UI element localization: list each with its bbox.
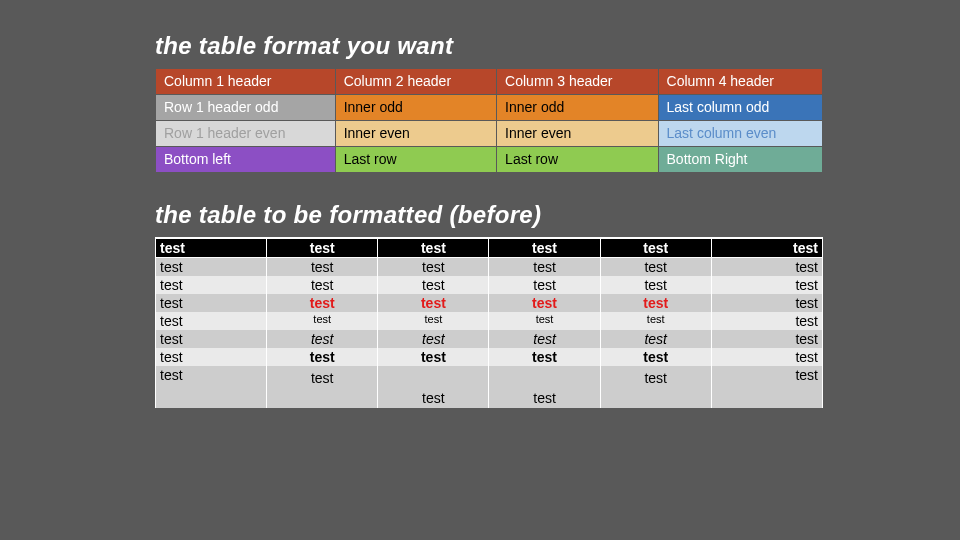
cell: Last row (497, 147, 657, 172)
target-table: Column 1 header Column 2 header Column 3… (155, 68, 823, 173)
cell: test (489, 294, 600, 312)
cell: test (489, 330, 600, 348)
cell: Row 1 header even (156, 121, 335, 146)
cell: test (711, 258, 822, 277)
cell: test (711, 312, 822, 330)
cell: Row 1 header odd (156, 95, 335, 120)
cell: test (711, 276, 822, 294)
cell: test (267, 276, 378, 294)
cell: test (156, 294, 267, 312)
cell: test (711, 330, 822, 348)
cell: test (711, 294, 822, 312)
table-row: test test test test test test (156, 348, 823, 366)
cell: test (489, 312, 600, 330)
cell: test (267, 366, 378, 408)
cell: test (489, 258, 600, 277)
col-header: test (267, 238, 378, 258)
cell: test (378, 294, 489, 312)
col-header: test (711, 238, 822, 258)
title-target: the table format you want (155, 32, 900, 60)
cell: test (267, 258, 378, 277)
table-row: test test test test test test (156, 330, 823, 348)
col-header: test (489, 238, 600, 258)
cell: test (600, 258, 711, 277)
cell: test (378, 276, 489, 294)
cell: test (600, 366, 711, 408)
cell: test (489, 348, 600, 366)
col-header: test (600, 238, 711, 258)
table-row: test test test test test test (156, 294, 823, 312)
cell: Inner even (336, 121, 496, 146)
table-row: Row 1 header even Inner even Inner even … (156, 121, 822, 146)
table-row: Bottom left Last row Last row Bottom Rig… (156, 147, 822, 172)
cell: test (156, 348, 267, 366)
col-header: Column 1 header (156, 69, 335, 94)
cell: test (156, 366, 267, 408)
cell: test (267, 294, 378, 312)
cell: test (489, 366, 600, 408)
cell: test (156, 312, 267, 330)
title-before: the table to be formatted (before) (155, 201, 900, 229)
cell: test (267, 312, 378, 330)
cell: Inner even (497, 121, 657, 146)
cell: Last row (336, 147, 496, 172)
cell: test (711, 366, 822, 408)
cell: test (600, 348, 711, 366)
cell: test (600, 330, 711, 348)
cell: test (489, 276, 600, 294)
col-header: Column 4 header (659, 69, 822, 94)
col-header: test (156, 238, 267, 258)
table-row: test test test test test test (156, 258, 823, 277)
cell: Bottom left (156, 147, 335, 172)
before-table: test test test test test test test test … (155, 237, 823, 408)
cell: test (378, 312, 489, 330)
cell: Inner odd (336, 95, 496, 120)
cell: test (156, 258, 267, 277)
cell: test (267, 330, 378, 348)
cell: test (156, 276, 267, 294)
cell: Inner odd (497, 95, 657, 120)
cell: Last column even (659, 121, 822, 146)
cell: test (267, 348, 378, 366)
table-row: Row 1 header odd Inner odd Inner odd Las… (156, 95, 822, 120)
cell: Bottom Right (659, 147, 822, 172)
cell: test (600, 312, 711, 330)
col-header: Column 2 header (336, 69, 496, 94)
cell: test (156, 330, 267, 348)
table-row: test test test test test test (156, 366, 823, 408)
cell: test (600, 276, 711, 294)
cell: test (378, 366, 489, 408)
col-header: test (378, 238, 489, 258)
table-row: test test test test test test (156, 312, 823, 330)
col-header: Column 3 header (497, 69, 657, 94)
cell: test (600, 294, 711, 312)
table-row: Column 1 header Column 2 header Column 3… (156, 69, 822, 94)
cell: test (378, 258, 489, 277)
cell: test (711, 348, 822, 366)
table-row: test test test test test test (156, 276, 823, 294)
table-row: test test test test test test (156, 238, 823, 258)
cell: Last column odd (659, 95, 822, 120)
cell: test (378, 330, 489, 348)
cell: test (378, 348, 489, 366)
